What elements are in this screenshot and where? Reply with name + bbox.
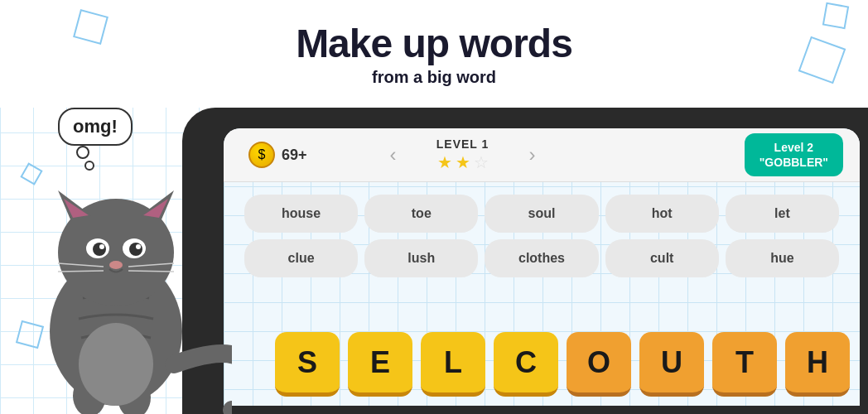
tile-C[interactable]: C — [494, 332, 558, 397]
top-area: Make up words from a big word — [0, 0, 868, 108]
deco-square-3 — [822, 2, 849, 29]
tile-S[interactable]: S — [275, 332, 340, 397]
word-clue[interactable]: clue — [244, 239, 358, 277]
panel-header: $ 69+ ‹ LEVEL 1 ★ ★ ☆ › Level 2 "GOBBLER… — [224, 128, 860, 182]
svg-point-11 — [136, 244, 141, 249]
word-clothes[interactable]: clothes — [485, 239, 598, 277]
word-cult[interactable]: cult — [605, 239, 719, 277]
svg-point-9 — [129, 243, 142, 256]
coin-icon: $ — [248, 142, 275, 168]
coin-badge: $ 69+ — [248, 142, 307, 168]
svg-line-16 — [128, 271, 174, 272]
star-2: ★ — [456, 152, 470, 172]
stars-row: ★ ★ ☆ — [437, 152, 489, 172]
tile-O[interactable]: O — [567, 332, 631, 397]
star-3: ☆ — [474, 152, 489, 172]
next-level-line2: "GOBBLER" — [760, 155, 828, 170]
tile-E[interactable]: E — [348, 332, 412, 397]
star-1: ★ — [437, 152, 452, 172]
word-hot[interactable]: hot — [605, 195, 719, 233]
word-let[interactable]: let — [726, 195, 839, 233]
cat-illustration — [0, 108, 232, 414]
svg-point-19 — [79, 323, 153, 406]
tile-T[interactable]: T — [712, 332, 777, 397]
word-house[interactable]: house — [244, 195, 358, 233]
level-info: LEVEL 1 ★ ★ ☆ — [413, 137, 513, 172]
tile-L[interactable]: L — [421, 332, 485, 397]
svg-point-12 — [109, 261, 123, 269]
level-title: LEVEL 1 — [436, 137, 489, 151]
svg-line-14 — [58, 271, 104, 272]
tile-H[interactable]: H — [785, 332, 850, 397]
tile-U[interactable]: U — [639, 332, 704, 397]
main-title: Make up words — [296, 21, 572, 66]
word-soul[interactable]: soul — [485, 195, 598, 233]
word-lush[interactable]: lush — [364, 239, 478, 277]
words-area: house toe soul hot let clue lush clothes… — [232, 186, 851, 286]
sub-title: from a big word — [372, 68, 496, 87]
next-level-line1: Level 2 — [760, 140, 828, 155]
nav-left-button[interactable]: ‹ — [390, 143, 397, 166]
svg-point-8 — [93, 243, 106, 256]
next-level-button[interactable]: Level 2 "GOBBLER" — [745, 133, 843, 176]
coin-count: 69+ — [282, 147, 307, 164]
tiles-row: S E L C O U T H — [273, 331, 851, 397]
svg-point-10 — [99, 244, 104, 249]
word-toe[interactable]: toe — [364, 195, 478, 233]
word-hue[interactable]: hue — [726, 239, 839, 277]
nav-right-button[interactable]: › — [529, 143, 536, 166]
